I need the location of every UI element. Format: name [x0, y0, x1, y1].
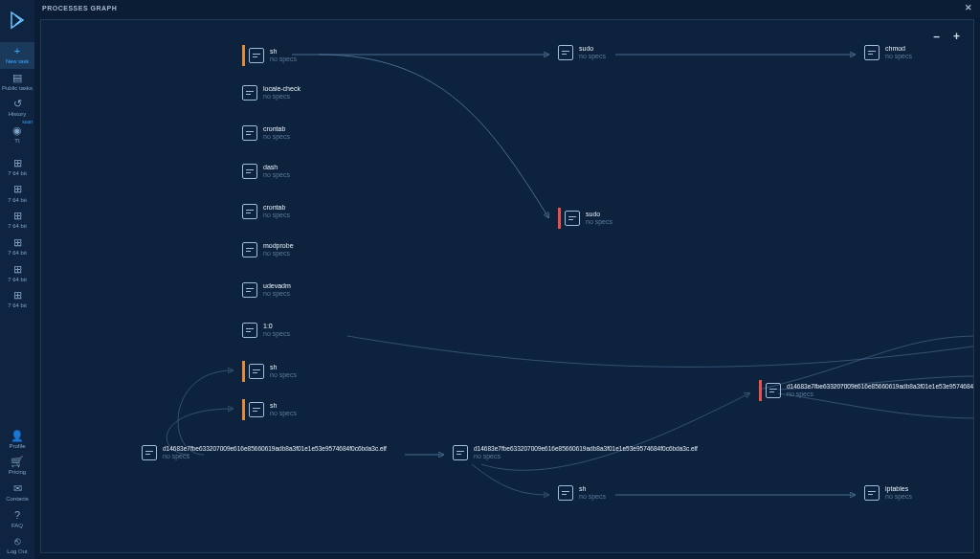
process-icon [242, 85, 257, 101]
process-node-elf2[interactable]: d14683e7fbe633207009e616e85660619adb8a3f… [453, 445, 698, 460]
process-sub: no specs [586, 218, 612, 226]
cart-icon: 🛒 [11, 456, 24, 467]
process-name: sudo [586, 211, 612, 218]
process-node-chmod[interactable]: chmodno specs [864, 45, 912, 61]
process-icon [242, 282, 257, 298]
process-name: sh [270, 402, 297, 410]
close-button[interactable]: ✕ [965, 3, 973, 12]
nav-profile[interactable]: 👤Profile [0, 427, 34, 454]
process-node-udevadm[interactable]: udevadmno specs [242, 282, 291, 299]
nav-vm-0[interactable]: ⊞7 64 bit [0, 154, 34, 181]
process-icon [249, 402, 264, 417]
process-icon [565, 211, 580, 226]
process-sub: no specs [263, 250, 294, 257]
process-icon [242, 242, 257, 257]
process-name: d14683e7fbe633207009e616e85660619adb8a3f… [163, 445, 387, 453]
process-node-dash[interactable]: dashno specs [242, 164, 290, 180]
nav-vm-5[interactable]: ⊞7 64 bit [0, 286, 34, 313]
severity-bar [242, 45, 245, 66]
process-icon [142, 445, 157, 460]
process-name: crontab [263, 125, 290, 133]
process-sub: no specs [270, 371, 297, 379]
process-icon [558, 45, 573, 60]
process-name: sh [270, 48, 297, 56]
document-icon: ▤ [12, 72, 22, 83]
process-node-one[interactable]: 1:0no specs [242, 323, 290, 339]
process-node-sh4[interactable]: shno specs [558, 485, 606, 502]
process-sub: no specs [270, 410, 297, 417]
logout-icon: ⎋ [14, 535, 21, 547]
windows-icon: ⊞ [13, 263, 22, 275]
process-icon [766, 383, 781, 398]
sidebar: +New task ▤Public tasks ↺History soon◉TI… [0, 0, 34, 559]
process-name: crontab [263, 204, 290, 212]
process-icon [864, 45, 880, 60]
windows-icon: ⊞ [13, 183, 22, 194]
process-sub: no specs [270, 56, 297, 63]
process-node-sudo2[interactable]: sudono specs [558, 208, 612, 229]
graph-canvas[interactable]: – + [40, 19, 974, 553]
process-sub: no specs [885, 493, 912, 501]
process-node-elf1[interactable]: d14683e7fbe633207009e616e85660619adb8a3f… [142, 445, 387, 460]
process-sub: no specs [263, 330, 290, 338]
process-name: udevadm [263, 282, 291, 290]
process-name: sudo [579, 45, 606, 53]
process-name: sh [270, 364, 297, 371]
windows-icon: ⊞ [13, 289, 22, 301]
process-node-sh2[interactable]: shno specs [242, 361, 297, 382]
process-icon [558, 485, 573, 501]
process-sub: no specs [163, 453, 387, 460]
process-icon [249, 48, 264, 63]
process-sub: no specs [263, 290, 291, 298]
nav-vm-3[interactable]: ⊞7 64 bit [0, 234, 34, 260]
process-node-locale[interactable]: locale-checkno specs [242, 85, 301, 101]
process-sub: no specs [263, 133, 290, 141]
process-name: 1:0 [263, 323, 290, 330]
process-node-elf3[interactable]: d14683e7fbe633207009e616e85660619adb8a3f… [759, 380, 974, 401]
process-sub: no specs [787, 391, 974, 398]
process-sub: no specs [474, 453, 698, 460]
process-node-sh1[interactable]: shno specs [242, 45, 297, 66]
app-logo [5, 8, 30, 33]
process-name: d14683e7fbe633207009e616e85660619adb8a3f… [474, 445, 698, 453]
process-name: locale-check [263, 85, 301, 93]
nav-ti[interactable]: soon◉TI [0, 122, 34, 148]
process-node-iptables[interactable]: iptablesno specs [864, 485, 912, 502]
process-icon [242, 323, 257, 338]
severity-bar [242, 399, 245, 420]
windows-icon: ⊞ [13, 210, 22, 221]
nav-vm-1[interactable]: ⊞7 64 bit [0, 180, 34, 207]
graph-edges [41, 20, 973, 552]
severity-bar [759, 380, 762, 401]
process-sub: no specs [263, 212, 290, 219]
severity-bar [558, 208, 561, 229]
history-icon: ↺ [13, 98, 22, 109]
process-node-modprobe[interactable]: modprobeno specs [242, 242, 294, 258]
main-panel: PROCESSES GRAPH ✕ – + [34, 0, 980, 559]
nav-pricing[interactable]: 🛒Pricing [0, 453, 34, 480]
process-icon [242, 125, 257, 141]
process-sub: no specs [579, 53, 606, 60]
mail-icon: ✉ [13, 482, 22, 494]
user-icon: 👤 [11, 430, 24, 441]
process-sub: no specs [263, 171, 290, 179]
process-icon [242, 164, 257, 179]
process-icon [864, 485, 880, 501]
nav-contacts[interactable]: ✉Contacts [0, 480, 34, 506]
process-node-sudo1[interactable]: sudono specs [558, 45, 606, 61]
process-node-crontab2[interactable]: crontabno specs [242, 204, 290, 220]
process-node-crontab1[interactable]: crontabno specs [242, 125, 290, 142]
process-node-sh3[interactable]: shno specs [242, 399, 297, 420]
nav-logout[interactable]: ⎋Log Out [0, 532, 34, 559]
process-name: d14683e7fbe633207009e616e85660619adb8a3f… [787, 383, 974, 391]
nav-public-tasks[interactable]: ▤Public tasks [0, 69, 34, 96]
nav-vm-2[interactable]: ⊞7 64 bit [0, 207, 34, 234]
severity-bar [242, 361, 245, 382]
nav-faq[interactable]: ?FAQ [0, 506, 34, 533]
process-name: chmod [885, 45, 912, 53]
process-icon [249, 364, 264, 379]
windows-icon: ⊞ [13, 157, 22, 168]
nav-new-task[interactable]: +New task [0, 42, 34, 69]
nav-history[interactable]: ↺History [0, 95, 34, 122]
nav-vm-4[interactable]: ⊞7 64 bit [0, 260, 34, 287]
